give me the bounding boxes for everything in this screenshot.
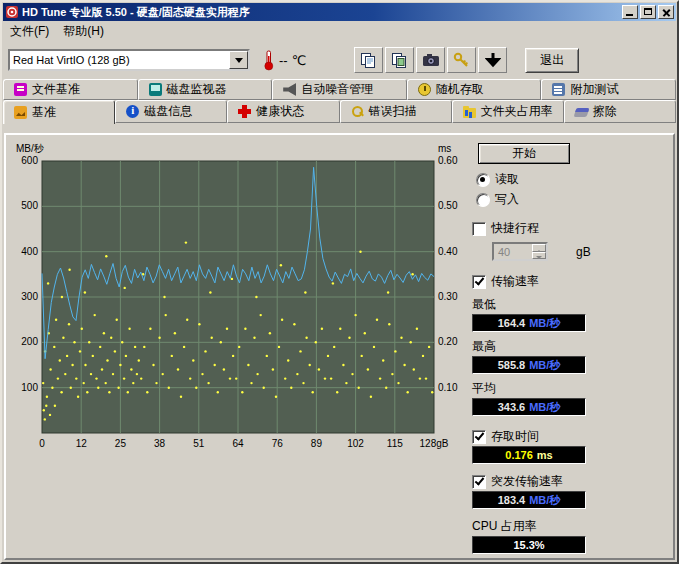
svg-text:102: 102 xyxy=(347,438,364,449)
tab-health[interactable]: 健康状态 xyxy=(227,100,339,123)
svg-text:12: 12 xyxy=(76,438,88,449)
tab-aam[interactable]: 自动噪音管理 xyxy=(272,79,407,100)
short-stroke-size-input[interactable]: 40 xyxy=(492,242,548,261)
svg-text:76: 76 xyxy=(272,438,284,449)
burst-label: 突发传输速率 xyxy=(491,473,563,490)
tab-label: 基准 xyxy=(32,104,56,121)
tab-label: 磁盘监视器 xyxy=(167,81,227,98)
avg-unit: MB/秒 xyxy=(529,400,560,415)
svg-text:0.40: 0.40 xyxy=(438,246,458,257)
svg-text:0.30: 0.30 xyxy=(438,291,458,302)
tab-file-benchmark[interactable]: 文件基准 xyxy=(3,79,138,100)
svg-text:300: 300 xyxy=(21,291,38,302)
svg-text:64: 64 xyxy=(232,438,244,449)
camera-button[interactable] xyxy=(416,47,445,73)
start-button[interactable]: 开始 xyxy=(478,143,570,164)
svg-text:25: 25 xyxy=(115,438,127,449)
download-arrow-icon xyxy=(485,52,501,68)
tab-label: 文件夹占用率 xyxy=(481,103,553,120)
transfer-rate-checkbox-row[interactable]: 传输速率 xyxy=(472,273,671,290)
min-value: 164.4 xyxy=(498,317,526,329)
menu-help[interactable]: 帮助(H) xyxy=(56,22,111,41)
tab-folder-usage[interactable]: 文件夹占用率 xyxy=(452,100,564,123)
camera-icon xyxy=(422,52,440,68)
drive-select-arrow[interactable] xyxy=(229,51,248,69)
avg-label: 平均 xyxy=(472,380,671,397)
tab-label: 自动噪音管理 xyxy=(301,81,373,98)
short-stroke-size-value: 40 xyxy=(494,246,532,258)
minimize-button[interactable] xyxy=(622,5,638,19)
transfer-rate-checkbox[interactable] xyxy=(472,275,486,289)
tab-error-scan[interactable]: 错误扫描 xyxy=(340,100,452,123)
temperature-unit: ℃ xyxy=(292,53,307,68)
tab-disk-monitor[interactable]: 磁盘监视器 xyxy=(138,79,273,100)
read-radio-label: 读取 xyxy=(495,171,519,188)
app-window: HD Tune 专业版 5.50 - 硬盘/固态硬盘实用程序 文件(F) 帮助(… xyxy=(0,0,679,564)
svg-text:0.50: 0.50 xyxy=(438,200,458,211)
svg-text:MB/秒: MB/秒 xyxy=(16,143,45,154)
menu-file[interactable]: 文件(F) xyxy=(3,22,56,41)
min-label: 最低 xyxy=(472,296,671,313)
max-unit: MB/秒 xyxy=(529,358,560,373)
access-time-value: 0.176 xyxy=(505,449,533,461)
short-stroke-checkbox-row[interactable]: 快捷行程 xyxy=(472,220,671,237)
save-results-button[interactable] xyxy=(478,47,507,73)
burst-value: 183.4 xyxy=(498,494,526,506)
svg-text:600: 600 xyxy=(21,155,38,166)
spin-down-button[interactable] xyxy=(532,252,546,260)
short-stroke-checkbox[interactable] xyxy=(472,222,486,236)
tab-extra-tests[interactable]: 附加测试 xyxy=(541,79,676,100)
short-stroke-label: 快捷行程 xyxy=(491,220,539,237)
svg-text:0.60: 0.60 xyxy=(438,155,458,166)
write-radio-label: 写入 xyxy=(495,191,519,208)
read-radio-circle[interactable] xyxy=(476,173,490,187)
maximize-button[interactable] xyxy=(640,5,656,19)
svg-text:ms: ms xyxy=(438,143,451,154)
avg-value-box: 343.6 MB/秒 xyxy=(472,398,586,416)
tab-random-access[interactable]: 随机存取 xyxy=(407,79,542,100)
toolbar: Red Hat VirtIO (128 gB) -- ℃ 退出 xyxy=(2,41,677,79)
exit-button[interactable]: 退出 xyxy=(525,48,579,73)
window-title: HD Tune 专业版 5.50 - 硬盘/固态硬盘实用程序 xyxy=(22,5,620,20)
copy-image-icon xyxy=(391,52,408,69)
burst-unit: MB/秒 xyxy=(529,493,560,508)
svg-text:128gB: 128gB xyxy=(420,438,449,449)
max-label: 最高 xyxy=(472,338,671,355)
burst-checkbox-row[interactable]: 突发传输速率 xyxy=(472,473,671,490)
svg-text:400: 400 xyxy=(21,246,38,257)
close-button[interactable] xyxy=(658,5,674,19)
spin-up-button[interactable] xyxy=(532,244,546,252)
benchmark-chart: 6005004003002001000.600.500.400.300.200.… xyxy=(8,139,464,457)
keys-button[interactable] xyxy=(447,47,476,73)
thermometer-icon xyxy=(262,49,275,71)
short-stroke-unit-label: gB xyxy=(576,245,591,259)
write-radio[interactable]: 写入 xyxy=(476,191,671,208)
health-icon xyxy=(238,105,251,118)
access-time-value-box: 0.176 ms xyxy=(472,446,586,464)
tabrow-bottom: 基准 磁盘信息 健康状态 错误扫描 文件夹占用率 擦除 xyxy=(2,100,677,124)
drive-select[interactable]: Red Hat VirtIO (128 gB) xyxy=(8,49,250,71)
copy-text-button[interactable] xyxy=(354,47,383,73)
tab-label: 文件基准 xyxy=(32,81,80,98)
access-time-checkbox-row[interactable]: 存取时间 xyxy=(472,428,671,445)
tab-benchmark[interactable]: 基准 xyxy=(3,100,115,124)
benchmark-icon xyxy=(14,106,27,119)
burst-value-box: 183.4 MB/秒 xyxy=(472,491,586,509)
read-radio[interactable]: 读取 xyxy=(476,171,671,188)
svg-text:115: 115 xyxy=(387,438,403,449)
max-value: 585.8 xyxy=(498,359,526,371)
toolbar-buttons xyxy=(354,47,509,73)
aam-icon xyxy=(283,83,296,96)
access-time-checkbox[interactable] xyxy=(472,430,486,444)
erase-icon xyxy=(573,108,589,117)
avg-value: 343.6 xyxy=(498,401,526,413)
burst-checkbox[interactable] xyxy=(472,475,486,489)
svg-text:89: 89 xyxy=(311,438,323,449)
tab-label: 健康状态 xyxy=(256,103,304,120)
tab-label: 擦除 xyxy=(593,103,617,120)
transfer-rate-label: 传输速率 xyxy=(491,273,539,290)
tab-disk-info[interactable]: 磁盘信息 xyxy=(115,100,227,123)
tab-erase[interactable]: 擦除 xyxy=(564,100,676,123)
copy-image-button[interactable] xyxy=(385,47,414,73)
write-radio-circle[interactable] xyxy=(476,193,490,207)
